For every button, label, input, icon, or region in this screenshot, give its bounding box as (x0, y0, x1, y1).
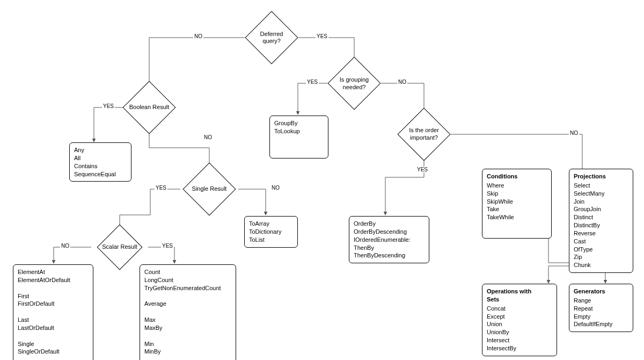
decision-single (183, 163, 236, 216)
label-order-yes: YES (416, 167, 429, 172)
decision-deferred (245, 11, 298, 64)
box-conditions: Conditions Where Skip SkipWhile Take Tak… (482, 169, 552, 239)
box-orderby: OrderBy OrderByDescending IOrderedEnumer… (349, 216, 429, 263)
label-boolean-no: NO (203, 134, 213, 140)
label-order-no: NO (569, 130, 579, 136)
label-grouping-no: NO (397, 79, 407, 85)
box-sets: Operations with Sets Concat Except Union… (482, 284, 557, 356)
decision-grouping (328, 57, 381, 110)
label-deferred-no: NO (193, 33, 203, 39)
label-deferred-yes: YES (316, 33, 328, 39)
conditions-body: Where Skip SkipWhile Take TakeWhile (487, 182, 547, 221)
label-single-no: NO (270, 185, 281, 191)
box-generators: Generators Range Repeat Empty DefaultIfE… (569, 284, 633, 332)
label-single-yes: YES (155, 185, 167, 191)
box-groupby: GroupBy ToLookup (269, 116, 328, 159)
projections-body: Select SelectMany Join GroupJoin Distinc… (574, 182, 628, 269)
projections-title: Projections (574, 172, 628, 181)
box-boolean-ops: Any All Contains SequenceEqual (69, 142, 131, 182)
label-scalar-no: NO (60, 243, 70, 249)
box-projections: Projections Select SelectMany Join Group… (569, 169, 633, 273)
conditions-title: Conditions (487, 172, 547, 181)
box-element-ops: ElementAt ElementAtOrDefault First First… (13, 264, 93, 360)
decision-boolean (123, 81, 176, 134)
label-boolean-yes: YES (102, 103, 115, 109)
label-grouping-yes: YES (306, 79, 319, 85)
box-tocollection: ToArray ToDictionary ToList (244, 216, 298, 248)
sets-body: Concat Except Union UnionBy Intersect In… (487, 305, 552, 352)
flowchart-canvas: Deferred query? Is grouping needed? Is t… (0, 0, 644, 360)
generators-title: Generators (574, 287, 628, 296)
decision-order (398, 108, 451, 161)
label-scalar-yes: YES (161, 243, 174, 249)
sets-title: Operations with Sets (487, 287, 552, 304)
generators-body: Range Repeat Empty DefaultIfEmpty (574, 297, 628, 328)
decision-scalar (97, 225, 143, 270)
box-scalar-ops: Count LongCount TryGetNonEnumeratedCount… (140, 264, 236, 360)
